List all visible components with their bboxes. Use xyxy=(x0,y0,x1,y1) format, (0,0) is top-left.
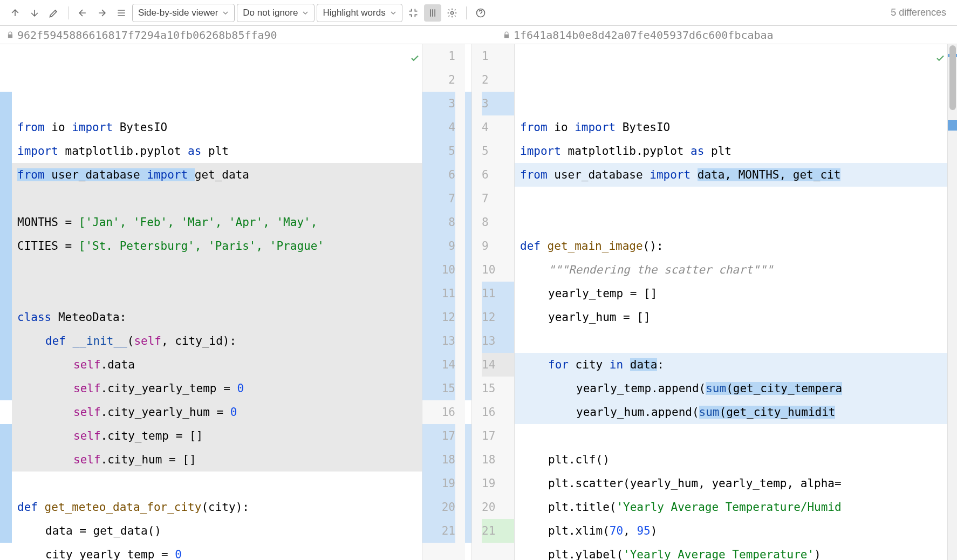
gutter-line-number: 19 xyxy=(422,472,455,495)
collapse-icon[interactable] xyxy=(405,4,422,22)
code-line xyxy=(515,424,947,448)
gutter-line-number: 5 xyxy=(482,139,514,163)
edit-icon[interactable] xyxy=(45,4,63,22)
code-line: def get_meteo_data_for_city(city): xyxy=(12,495,422,519)
gutter-line-number: 3 xyxy=(482,92,514,115)
svg-point-0 xyxy=(450,11,453,14)
gutter-line-number: 4 xyxy=(482,115,514,139)
code-line: yearly_temp = [] xyxy=(515,282,947,305)
lock-icon xyxy=(6,31,14,39)
code-line: from user_database import data, MONTHS, … xyxy=(515,163,947,187)
forward-icon[interactable] xyxy=(93,4,111,22)
right-hash-cell: 1f641a814b0e8d42a07fe405937d6c600fbcabaa xyxy=(496,26,957,44)
left-code-pane[interactable]: from io import BytesIOimport matplotlib.… xyxy=(12,44,422,560)
code-line: city_yearly_temp = 0 xyxy=(12,543,422,560)
code-line: self.city_hum = [] xyxy=(12,448,422,472)
gutter-line-number: 16 xyxy=(422,400,455,424)
next-diff-icon[interactable] xyxy=(26,4,43,22)
gutter-line-number: 12 xyxy=(422,305,455,329)
gutter-line-number: 9 xyxy=(482,234,514,258)
code-line: plt.clf() xyxy=(515,448,947,472)
code-line xyxy=(12,472,422,495)
gutter-line-number: 20 xyxy=(422,495,455,519)
gutter-line-number: 13 xyxy=(482,329,514,353)
gutter-line-number: 4 xyxy=(422,115,455,139)
gutter-line-number: 5 xyxy=(422,139,455,163)
gutter-line-number: 12 xyxy=(482,305,514,329)
connector-wedge xyxy=(465,424,471,543)
code-line: from io import BytesIO xyxy=(515,115,947,139)
diff-connector xyxy=(465,44,471,560)
code-line xyxy=(515,329,947,353)
code-line xyxy=(12,187,422,210)
ignore-dropdown[interactable]: Do not ignore xyxy=(237,4,315,22)
commit-hashes-row: 962f5945886616817f7294a10fb06268b85ffa90… xyxy=(0,26,957,44)
gutter-line-number: 21 xyxy=(482,519,514,543)
code-line: class MeteoData: xyxy=(12,305,422,329)
left-gutter: 123456789101112131415161718192021 xyxy=(422,44,465,560)
settings-icon[interactable] xyxy=(443,4,461,22)
gutter-line-number: 19 xyxy=(482,472,514,495)
code-line: plt.scatter(yearly_hum, yearly_temp, alp… xyxy=(515,472,947,495)
gutter-line-number: 7 xyxy=(482,187,514,210)
diff-body: from io import BytesIOimport matplotlib.… xyxy=(0,44,957,560)
code-line: MONTHS = ['Jan', 'Feb', 'Mar', 'Apr', 'M… xyxy=(12,210,422,234)
code-line xyxy=(515,210,947,234)
gutter-line-number: 17 xyxy=(482,424,514,448)
gutter-line-number: 2 xyxy=(482,68,514,92)
left-hash-cell: 962f5945886616817f7294a10fb06268b85ffa90 xyxy=(0,26,496,44)
viewer-dropdown[interactable]: Side-by-side viewer xyxy=(132,4,235,22)
connector-wedge xyxy=(465,92,471,400)
highlight-dropdown[interactable]: Highlight words xyxy=(317,4,402,22)
gutter-line-number: 7 xyxy=(422,187,455,210)
gutter-line-number: 18 xyxy=(482,448,514,472)
code-line: self.city_yearly_temp = 0 xyxy=(12,377,422,400)
gutter-line-number: 6 xyxy=(422,163,455,187)
separator xyxy=(68,6,69,19)
gutter-line-number: 14 xyxy=(482,353,514,377)
scroll-diff-mark xyxy=(948,120,957,131)
gutter-line-number: 2 xyxy=(422,68,455,92)
code-line: def get_main_image(): xyxy=(515,234,947,258)
gutter-line-number: 1 xyxy=(422,44,455,68)
chevron-down-icon xyxy=(390,10,397,16)
code-line: def __init__(self, city_id): xyxy=(12,329,422,353)
left-hash: 962f5945886616817f7294a10fb06268b85ffa90 xyxy=(17,29,277,42)
code-line: from user_database import get_data xyxy=(12,163,422,187)
gutter-line-number: 15 xyxy=(422,377,455,400)
code-line xyxy=(12,282,422,305)
prev-diff-icon[interactable] xyxy=(6,4,24,22)
back-icon[interactable] xyxy=(74,4,91,22)
help-icon[interactable] xyxy=(472,4,489,22)
code-line: self.data xyxy=(12,353,422,377)
code-line: plt.title('Yearly Average Temperature/Hu… xyxy=(515,495,947,519)
right-hash: 1f641a814b0e8d42a07fe405937d6c600fbcabaa xyxy=(514,29,774,42)
gutter-line-number: 3 xyxy=(422,92,455,115)
chevron-down-icon xyxy=(302,10,309,16)
check-icon xyxy=(935,47,945,71)
right-gutter: 123456789101112131415161718192021 xyxy=(471,44,515,560)
code-line: data = get_data() xyxy=(12,519,422,543)
gutter-line-number: 16 xyxy=(482,400,514,424)
list-icon[interactable] xyxy=(113,4,130,22)
scroll-thumb[interactable] xyxy=(949,45,956,110)
left-marker-strip xyxy=(0,44,12,560)
code-line xyxy=(12,258,422,282)
diff-marker xyxy=(0,92,12,400)
code-line: import matplotlib.pyplot as plt xyxy=(515,139,947,163)
code-line: import matplotlib.pyplot as plt xyxy=(12,139,422,163)
right-scroll-track[interactable] xyxy=(947,44,957,560)
gutter-line-number: 11 xyxy=(422,282,455,305)
gutter-line-number: 20 xyxy=(482,495,514,519)
code-line: yearly_hum = [] xyxy=(515,305,947,329)
gutter-line-number: 10 xyxy=(422,258,455,282)
gutter-line-number: 13 xyxy=(422,329,455,353)
gutter-line-number: 21 xyxy=(422,519,455,543)
code-line: """Rendering the scatter chart""" xyxy=(515,258,947,282)
diff-count: 5 differences xyxy=(891,7,951,18)
diff-toolbar: Side-by-side viewer Do not ignore Highli… xyxy=(0,0,957,26)
sync-scroll-icon[interactable] xyxy=(424,4,441,22)
right-code-pane[interactable]: from io import BytesIOimport matplotlib.… xyxy=(515,44,947,560)
code-line: CITIES = ['St. Petersburg', 'Paris', 'Pr… xyxy=(12,234,422,258)
code-line: plt.ylabel('Yearly Average Temperature') xyxy=(515,543,947,560)
